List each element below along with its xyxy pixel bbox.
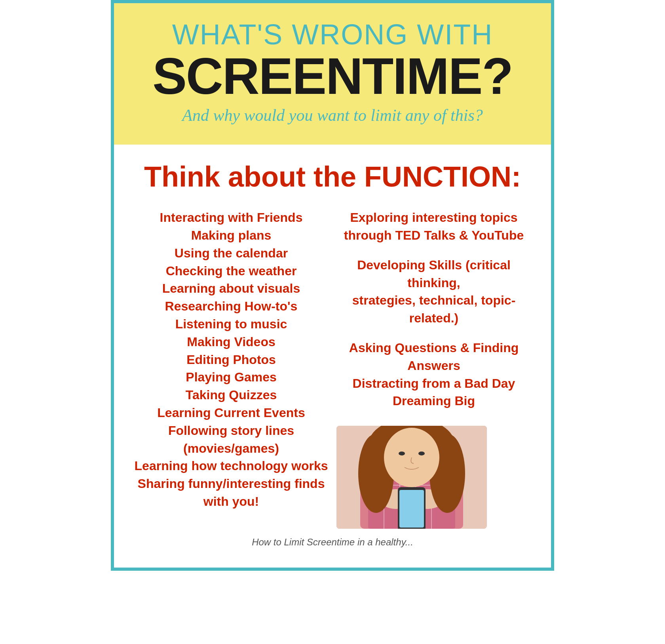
content-section: Think about the FUNCTION: Interacting wi…	[114, 145, 551, 568]
list-item: Learning about visuals	[134, 280, 329, 297]
list-item: Listening to music	[134, 315, 329, 333]
list-item: Researching How-to's	[134, 297, 329, 315]
list-item: Taking Quizzes	[134, 386, 329, 404]
bottom-text: How to Limit Screentime in a healthy...	[134, 537, 531, 548]
left-column: Interacting with Friends Making plans Us…	[134, 209, 329, 529]
header-line1: WHAT'S WRONG WITH	[138, 19, 527, 50]
list-item: Playing Games	[134, 368, 329, 386]
page-wrapper: WHAT'S WRONG WITH SCREENTiME? And why wo…	[111, 0, 554, 571]
right-column: Exploring interesting topicsthrough TED …	[336, 209, 531, 529]
header-subtitle: And why would you want to limit any of t…	[138, 106, 527, 125]
list-item: Sharing funny/interesting finds with you…	[134, 475, 329, 511]
list-item: Making plans	[134, 227, 329, 244]
right-block-3: Asking Questions & Finding Answers Distr…	[336, 339, 531, 410]
list-item: Learning Current Events	[134, 404, 329, 422]
list-item: Learning how technology works	[134, 457, 329, 475]
right-block-2: Developing Skills (critical thinking,str…	[336, 256, 531, 327]
list-item: Making Videos	[134, 333, 329, 351]
svg-point-19	[399, 452, 405, 455]
header-line2: SCREENTiME?	[138, 50, 527, 102]
list-item: Checking the weather	[134, 262, 329, 280]
list-item: Following story lines (movies/games)	[134, 422, 329, 457]
svg-rect-14	[399, 490, 424, 528]
phone-image	[336, 426, 487, 529]
svg-point-20	[418, 452, 425, 455]
list-item: Editing Photos	[134, 351, 329, 369]
function-title: Think about the FUNCTION:	[134, 160, 531, 193]
header-section: WHAT'S WRONG WITH SCREENTiME? And why wo…	[114, 3, 551, 145]
list-item: Using the calendar	[134, 244, 329, 262]
list-item: Interacting with Friends	[134, 209, 329, 227]
two-column-layout: Interacting with Friends Making plans Us…	[134, 209, 531, 529]
right-block-1: Exploring interesting topicsthrough TED …	[336, 209, 531, 244]
